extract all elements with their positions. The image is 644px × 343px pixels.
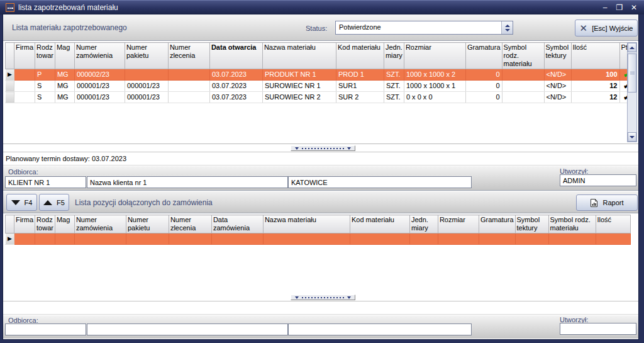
cell[interactable]: SUR 2 — [336, 92, 384, 103]
row-indicator[interactable]: ▶ — [6, 69, 14, 81]
cell[interactable]: S — [35, 92, 55, 103]
minimize-button[interactable]: – — [601, 3, 609, 12]
cell[interactable] — [14, 92, 35, 103]
cell[interactable] — [14, 69, 35, 81]
column-header[interactable]: Rodz towar — [35, 43, 55, 69]
cell[interactable] — [263, 233, 350, 245]
cell[interactable] — [350, 233, 409, 245]
column-header[interactable]: Ilość — [596, 215, 630, 233]
status-dropdown[interactable]: Potwierdzone — [335, 21, 513, 35]
column-header[interactable]: Firma — [14, 215, 35, 233]
cell[interactable]: SZT. — [384, 81, 404, 92]
table-row[interactable]: ▶PMG000002/2303.07.2023PRODUKT NR 1PROD … — [6, 69, 635, 81]
column-header[interactable]: Numer pakietu — [125, 43, 168, 69]
column-header[interactable]: Symbol tektury — [515, 215, 548, 233]
f5-move-up-button[interactable]: F5 — [39, 194, 69, 211]
cell[interactable] — [502, 92, 544, 103]
column-header[interactable]: Symbol rodz. materiału — [502, 43, 544, 69]
cell[interactable]: 000001/23 — [74, 81, 125, 92]
cell[interactable]: 000001/23 — [125, 81, 168, 92]
column-header[interactable]: Numer zlecenia — [168, 43, 209, 69]
column-header[interactable]: Numer zlecenia — [169, 215, 211, 233]
column-header[interactable]: Gramatura — [465, 43, 502, 69]
row-indicator[interactable] — [6, 81, 14, 92]
cell[interactable]: MG — [55, 81, 74, 92]
column-header[interactable]: Data otwarcia — [209, 43, 262, 69]
cell[interactable]: 0 x 0 x 0 — [404, 92, 465, 103]
recipient-code-field[interactable] — [5, 176, 86, 188]
cell[interactable]: S — [35, 81, 55, 92]
table-row[interactable]: ▶ — [6, 233, 631, 245]
cell[interactable]: 000001/23 — [74, 92, 125, 103]
splitter-collapse-handle[interactable] — [291, 145, 355, 151]
table-row[interactable]: SMG000001/23000001/2303.07.2023SUROWIEC … — [6, 81, 635, 92]
cell[interactable] — [409, 233, 438, 245]
exit-button[interactable]: ✕ [Esc] Wyjście — [575, 20, 638, 37]
column-header[interactable]: Kod materiału — [336, 43, 384, 69]
cell[interactable]: 1000 x 1000 x 2 — [404, 69, 465, 81]
cell[interactable]: P — [35, 69, 55, 81]
cell[interactable]: SZT. — [384, 92, 404, 103]
cell[interactable] — [502, 81, 544, 92]
cell[interactable]: 000001/23 — [125, 92, 168, 103]
column-header[interactable]: Mag — [55, 43, 74, 69]
cell[interactable] — [596, 233, 630, 245]
cell[interactable] — [168, 81, 209, 92]
column-header[interactable]: Kod materiału — [350, 215, 409, 233]
column-header[interactable]: Numer pakietu — [126, 215, 169, 233]
recipient-code-field[interactable] — [5, 323, 86, 335]
cell[interactable] — [479, 233, 515, 245]
cell[interactable] — [515, 233, 548, 245]
status-spinner[interactable] — [501, 21, 513, 34]
column-header[interactable]: Data zamówienia — [211, 215, 263, 233]
scroll-up-icon[interactable] — [628, 43, 636, 52]
cell[interactable] — [125, 69, 168, 81]
cell[interactable] — [168, 69, 209, 81]
cell[interactable]: PRODUKT NR 1 — [262, 69, 336, 81]
cell[interactable] — [74, 233, 126, 245]
column-header[interactable]: Nazwa materiału — [262, 43, 336, 69]
column-header[interactable]: Symbol tektury — [544, 43, 571, 69]
cell[interactable]: 000002/23 — [74, 69, 125, 81]
column-header[interactable]: Firma — [14, 43, 35, 69]
f4-move-down-button[interactable]: F4 — [6, 194, 37, 211]
recipient-name-field[interactable] — [87, 176, 288, 188]
recipient-city-field[interactable] — [288, 323, 472, 335]
column-header[interactable]: Rodz towar — [35, 215, 55, 233]
cell[interactable]: 03.07.2023 — [209, 92, 262, 103]
table-row[interactable]: SMG000001/23000001/2303.07.2023SUROWIEC … — [6, 92, 635, 103]
column-header[interactable]: Jedn. miary — [384, 43, 404, 69]
created-by-field[interactable] — [560, 323, 636, 335]
cell[interactable]: 100 — [571, 69, 619, 81]
column-header[interactable]: Rozmiar — [438, 215, 479, 233]
column-header[interactable]: Numer zamówienia — [74, 215, 126, 233]
cell[interactable] — [438, 233, 479, 245]
cell[interactable]: 0 — [465, 81, 502, 92]
cell[interactable]: SUROWIEC NR 2 — [262, 92, 336, 103]
cell[interactable]: <N/D> — [544, 69, 571, 81]
cell[interactable]: 0 — [465, 92, 502, 103]
cell[interactable] — [211, 233, 263, 245]
cell[interactable]: 12 — [571, 81, 619, 92]
cell[interactable] — [55, 233, 74, 245]
recipient-name-field[interactable] — [87, 323, 288, 335]
vertical-scrollbar[interactable] — [627, 42, 637, 142]
cell[interactable] — [35, 233, 55, 245]
cell[interactable]: SUROWIEC NR 1 — [262, 81, 336, 92]
cell[interactable]: MG — [55, 92, 74, 103]
cell[interactable]: 03.07.2023 — [209, 81, 262, 92]
cell[interactable]: MG — [55, 69, 74, 81]
cell[interactable] — [548, 233, 596, 245]
column-header[interactable]: Gramatura — [479, 215, 515, 233]
created-by-field[interactable] — [560, 174, 636, 186]
column-header[interactable]: Ilość — [571, 43, 619, 69]
scroll-down-icon[interactable] — [628, 132, 636, 142]
cell[interactable]: PROD 1 — [336, 69, 384, 81]
cell[interactable]: 1000 x 1000 x 1 — [404, 81, 465, 92]
cell[interactable]: 12 — [571, 92, 619, 103]
row-indicator[interactable]: ▶ — [6, 233, 14, 245]
row-indicator[interactable] — [6, 92, 14, 103]
column-header[interactable]: Mag — [55, 215, 74, 233]
column-header[interactable]: Symbol rodz. materiału — [548, 215, 596, 233]
cell[interactable] — [14, 81, 35, 92]
